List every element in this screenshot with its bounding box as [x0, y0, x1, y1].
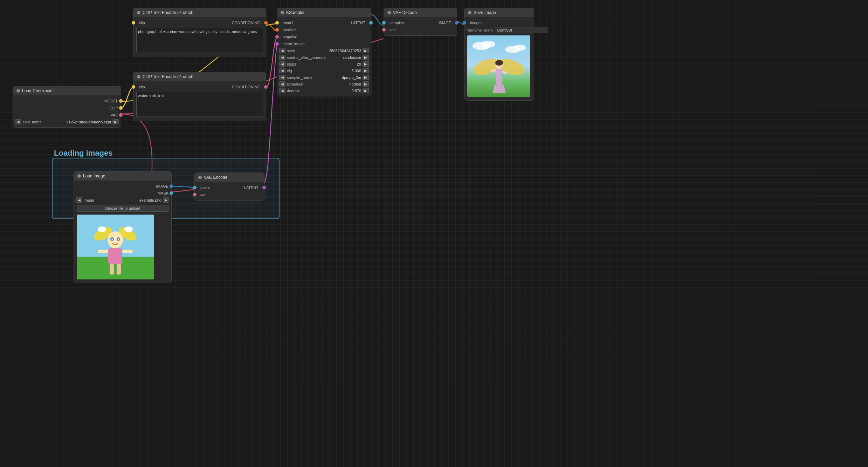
node-body: pixels LATENT vae — [195, 182, 264, 200]
ckpt-next-btn[interactable]: ▶ — [112, 119, 119, 124]
latent-output-port[interactable] — [369, 21, 373, 25]
node-status-dot — [468, 11, 471, 14]
latent-image-input-port[interactable] — [275, 42, 279, 46]
seed-prev-btn[interactable]: ◀ — [279, 48, 285, 53]
text-area-container: photograph of victorian woman with wings… — [133, 26, 266, 55]
node-title: Save Image — [474, 10, 496, 15]
svg-rect-28 — [117, 264, 121, 275]
choose-file-container: choose file to upload — [74, 203, 171, 213]
vae-label: vae — [200, 192, 207, 197]
image-output-port[interactable] — [455, 21, 459, 25]
image-next-btn[interactable]: ▶ — [163, 197, 169, 203]
mask-output-label: MASK — [158, 191, 168, 195]
steps-field-row: ◀ steps 20 ▶ — [277, 61, 371, 67]
conditioning-output-port[interactable] — [264, 21, 268, 25]
clip-label: CLIP — [110, 106, 118, 110]
clip-input-label: clip — [139, 85, 145, 89]
image-field-row: ◀ image example.png ▶ — [74, 197, 171, 203]
node-body: samples IMAGE vae — [384, 17, 457, 35]
save-image-header: Save Image — [464, 8, 534, 17]
latent-output-label: LATENT — [244, 185, 259, 190]
pixels-input-port[interactable] — [193, 186, 197, 189]
node-body: clip CONDITIONING watermark, text — [133, 81, 266, 121]
control-prev-btn[interactable]: ◀ — [279, 55, 285, 60]
scheduler-prev-btn[interactable]: ◀ — [279, 81, 285, 87]
pixels-input-row: pixels LATENT — [195, 184, 264, 191]
image-prev-btn[interactable]: ◀ — [76, 197, 82, 203]
thumbnail-svg — [77, 215, 154, 279]
filename-prefix-row: filename_prefix — [464, 26, 534, 34]
vae-input-port[interactable] — [193, 193, 197, 196]
vae-input-row: vae — [384, 26, 457, 33]
cfg-label: cfg — [287, 69, 350, 73]
steps-next-btn[interactable]: ▶ — [363, 61, 369, 67]
node-status-dot — [198, 176, 202, 179]
node-body: images filename_prefix — [464, 17, 534, 100]
svg-point-22 — [111, 238, 113, 240]
images-input-port[interactable] — [463, 21, 466, 25]
negative-input-port[interactable] — [275, 35, 279, 39]
cfg-field-row: ◀ cfg 8.000 ▶ — [277, 67, 371, 74]
negative-prompt-textarea[interactable]: watermark, text — [136, 92, 263, 116]
latent-output-port[interactable] — [262, 186, 266, 189]
sampler-prev-btn[interactable]: ◀ — [279, 75, 285, 80]
steps-prev-btn[interactable]: ◀ — [279, 61, 285, 67]
vae-input-port[interactable] — [382, 28, 386, 32]
mask-output-port[interactable] — [170, 191, 173, 195]
prompt-textarea[interactable]: photograph of victorian woman with wings… — [136, 28, 263, 52]
image-thumbnail — [77, 215, 154, 279]
clip-text-encode-2-header: CLIP Text Encode (Prompt) — [133, 72, 266, 81]
positive-input-port[interactable] — [275, 28, 279, 32]
clip-input-port[interactable] — [132, 21, 135, 25]
sampler-value: dpmpp_2m — [342, 75, 361, 80]
filename-prefix-input[interactable] — [495, 27, 548, 33]
clip-input-row: clip CONDITIONING — [133, 19, 266, 26]
node-status-dot — [16, 89, 20, 93]
save-image-node: Save Image images filename_prefix — [464, 8, 534, 101]
ckpt-prev-btn[interactable]: ◀ — [15, 119, 21, 124]
ckpt-label: ckpt_name — [23, 120, 65, 124]
clip-port[interactable] — [119, 106, 123, 110]
seed-next-btn[interactable]: ▶ — [363, 48, 369, 53]
image-output-label: IMAGE — [156, 184, 168, 188]
model-output-row: MODEL — [13, 97, 121, 104]
positive-input-row: positive — [277, 26, 371, 33]
denoise-prev-btn[interactable]: ◀ — [279, 88, 285, 93]
samples-input-port[interactable] — [382, 21, 386, 25]
node-title: CLIP Text Encode (Prompt) — [143, 74, 194, 79]
latent-output-label: LATENT — [351, 21, 365, 25]
sampler-next-btn[interactable]: ▶ — [363, 75, 369, 80]
cfg-next-btn[interactable]: ▶ — [363, 68, 369, 73]
scheduler-next-btn[interactable]: ▶ — [363, 81, 369, 87]
output-image-preview — [467, 35, 530, 97]
load-checkpoint-header: Load Checkpoint — [13, 86, 121, 95]
node-status-dot — [137, 11, 140, 14]
node-title: VAE Encode — [204, 175, 227, 180]
latent-image-input-label: latent_image — [283, 42, 305, 46]
sampler-field-row: ◀ sampler_name dpmpp_2m ▶ — [277, 74, 371, 81]
svg-point-19 — [108, 231, 123, 248]
control-label: control_after_generate — [287, 55, 342, 60]
denoise-value: 0.870 — [351, 89, 361, 93]
vae-port[interactable] — [119, 113, 123, 117]
denoise-next-btn[interactable]: ▶ — [363, 88, 369, 93]
model-label: MODEL — [104, 99, 118, 103]
image-output-port[interactable] — [170, 184, 173, 188]
scheduler-field-row: ◀ scheduler normal ▶ — [277, 81, 371, 87]
samples-input-row: samples IMAGE — [384, 19, 457, 26]
clip-text-encode-2-node: CLIP Text Encode (Prompt) clip CONDITION… — [133, 72, 266, 121]
model-port[interactable] — [119, 99, 123, 103]
clip-output-row: CLIP — [13, 104, 121, 111]
clip-input-port[interactable] — [132, 85, 135, 89]
cfg-prev-btn[interactable]: ◀ — [279, 68, 285, 73]
node-body: MODEL CLIP VAE ◀ ckpt_name v1-5-pruned-e… — [13, 95, 121, 127]
choose-file-button[interactable]: choose file to upload — [77, 205, 168, 212]
output-image-svg — [467, 35, 530, 97]
load-image-header: Load Image — [74, 171, 171, 181]
group-label: Loading images — [54, 149, 112, 158]
control-next-btn[interactable]: ▶ — [363, 55, 369, 60]
conditioning-output-port[interactable] — [264, 85, 268, 89]
model-input-label: model — [283, 21, 293, 25]
model-input-port[interactable] — [275, 21, 279, 25]
svg-point-4 — [514, 45, 526, 51]
